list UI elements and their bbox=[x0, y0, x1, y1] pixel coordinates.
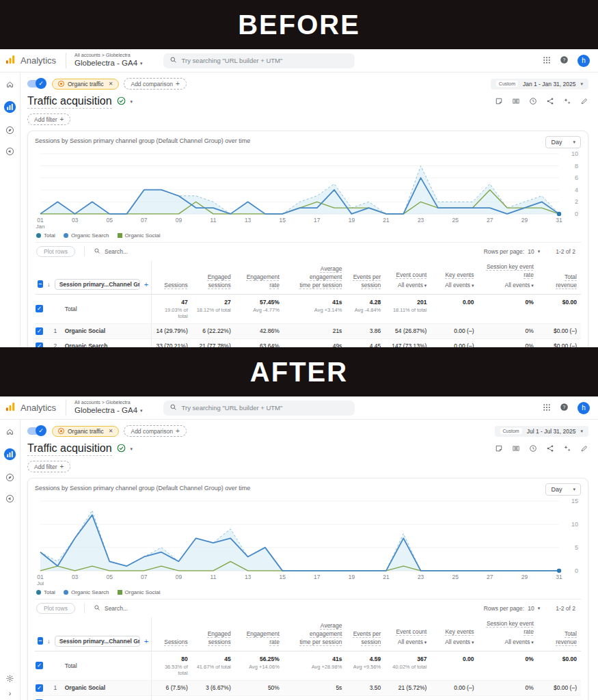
time-clock-icon[interactable] bbox=[529, 96, 537, 108]
column-header[interactable]: Sessions bbox=[152, 617, 192, 651]
column-header[interactable]: Engagedsessions bbox=[192, 260, 235, 294]
sessions-chart[interactable]: 05101501Jul03050709111315171921232527293… bbox=[35, 496, 581, 589]
global-search-input[interactable]: Try searching "URL builder + UTM" bbox=[163, 401, 355, 416]
table-search-input[interactable]: Search... bbox=[94, 604, 128, 612]
row-checkbox[interactable]: ✓ bbox=[36, 327, 43, 335]
column-header[interactable]: Session key eventrateAll events ▾ bbox=[478, 617, 537, 651]
edit-pencil-icon[interactable] bbox=[580, 96, 588, 108]
plot-rows-button[interactable]: Plot rows bbox=[36, 246, 75, 257]
avatar[interactable]: h bbox=[577, 402, 590, 414]
dimension-select[interactable]: Session primary...Channel Group) ▾ bbox=[55, 279, 140, 290]
table-row[interactable]: ✓2Organic Search33 (70.21%)21 (77.78%)63… bbox=[35, 338, 581, 347]
sort-descending-icon[interactable]: ↓ bbox=[47, 638, 51, 645]
avatar[interactable]: h bbox=[577, 55, 590, 67]
add-filter-button[interactable]: Add filter + bbox=[27, 113, 70, 125]
filter-chip-organic-traffic[interactable]: Organic traffic ✕ bbox=[52, 426, 119, 437]
chevron-down-icon[interactable]: ▾ bbox=[530, 283, 533, 288]
comparison-report-icon[interactable] bbox=[512, 96, 520, 108]
row-checkbox[interactable]: ✓ bbox=[36, 305, 43, 312]
add-filter-button[interactable]: Add filter + bbox=[27, 461, 70, 472]
column-header[interactable]: Average engagementtime per session bbox=[284, 617, 346, 651]
row-checkbox[interactable]: ✓ bbox=[36, 684, 43, 692]
column-header[interactable]: Event countAll events ▾ bbox=[385, 260, 431, 294]
table-search-input[interactable]: Search... bbox=[94, 247, 128, 256]
column-header[interactable]: Sessions bbox=[152, 260, 192, 294]
add-dimension-button[interactable]: + bbox=[144, 280, 148, 288]
reports-icon[interactable] bbox=[3, 100, 16, 116]
column-header[interactable]: Events persession bbox=[346, 617, 385, 651]
comparison-toggle[interactable]: ✓ bbox=[27, 427, 44, 435]
chevron-down-icon[interactable]: ▾ bbox=[423, 640, 426, 645]
add-comparison-button[interactable]: Add comparison + bbox=[124, 78, 186, 90]
rows-per-page-value[interactable]: 10 bbox=[528, 248, 534, 255]
legend-item[interactable]: Organic Search bbox=[64, 589, 109, 595]
reports-icon[interactable] bbox=[3, 448, 16, 463]
legend-item[interactable]: Organic Social bbox=[118, 232, 161, 239]
column-header[interactable]: Key eventsAll events ▾ bbox=[431, 260, 478, 294]
rows-per-page-value[interactable]: 10 bbox=[528, 605, 534, 612]
plot-rows-button[interactable]: Plot rows bbox=[36, 603, 75, 614]
apps-grid-icon[interactable] bbox=[543, 55, 551, 67]
select-all-checkbox[interactable]: − bbox=[38, 637, 43, 645]
legend-item[interactable]: Organic Social bbox=[118, 589, 161, 595]
column-header[interactable]: Totalrevenue bbox=[538, 617, 581, 651]
chevron-down-icon[interactable]: ▾ bbox=[470, 283, 474, 288]
column-header[interactable]: Totalrevenue bbox=[538, 260, 581, 294]
date-range-picker[interactable]: Custom Jan 1 - Jan 31, 2025 ▾ bbox=[491, 79, 588, 90]
sessions-chart[interactable]: 024681001Jan0305070911131517192123252729… bbox=[35, 148, 581, 232]
chevron-down-icon[interactable]: ▾ bbox=[470, 640, 474, 645]
property-selector[interactable]: All accounts > Globelectra Globelectra -… bbox=[66, 53, 143, 68]
legend-item[interactable]: Organic Search bbox=[64, 232, 109, 239]
granularity-select[interactable]: Day ▾ bbox=[545, 136, 581, 148]
close-icon[interactable]: ✕ bbox=[109, 428, 113, 434]
chevron-down-icon[interactable]: ▾ bbox=[538, 249, 541, 254]
column-header[interactable]: Events persession bbox=[346, 260, 385, 294]
granularity-select[interactable]: Day ▾ bbox=[545, 483, 581, 496]
column-header[interactable]: Event countAll events ▾ bbox=[385, 617, 431, 651]
share-icon[interactable] bbox=[546, 443, 554, 455]
chevron-down-icon[interactable]: ▾ bbox=[530, 640, 533, 645]
table-row[interactable]: ✓1Organic Social14 (29.79%)6 (22.22%)42.… bbox=[35, 323, 581, 338]
help-icon[interactable]: ? bbox=[560, 55, 569, 67]
column-header[interactable]: Session key eventrateAll events ▾ bbox=[478, 260, 537, 294]
chevron-down-icon[interactable]: ▾ bbox=[131, 99, 133, 105]
dimension-select[interactable]: Session primary...Channel Group) ▾ bbox=[55, 636, 140, 647]
help-icon[interactable]: ? bbox=[560, 402, 569, 414]
date-range-picker[interactable]: Custom Jul 1 - Jul 31, 2025 ▾ bbox=[495, 426, 588, 437]
add-comparison-button[interactable]: Add comparison + bbox=[124, 425, 186, 437]
add-dimension-button[interactable]: + bbox=[144, 637, 148, 645]
select-all-checkbox[interactable]: − bbox=[38, 280, 43, 288]
data-quality-check-icon[interactable] bbox=[117, 96, 126, 108]
insights-sparkle-icon[interactable] bbox=[563, 96, 571, 108]
advertising-icon[interactable] bbox=[5, 146, 14, 159]
row-checkbox[interactable]: ✓ bbox=[36, 342, 43, 347]
home-icon[interactable] bbox=[5, 79, 14, 92]
edit-pencil-icon[interactable] bbox=[580, 443, 588, 455]
table-row[interactable]: ✓2Organic Search74 (92.5%)42 (93.33%)56.… bbox=[35, 695, 581, 700]
share-icon[interactable] bbox=[546, 96, 554, 108]
expand-nav-icon[interactable]: › bbox=[9, 690, 12, 697]
apps-grid-icon[interactable] bbox=[543, 402, 551, 414]
home-icon[interactable] bbox=[5, 427, 14, 439]
admin-gear-icon[interactable] bbox=[5, 673, 14, 686]
explore-icon[interactable] bbox=[5, 472, 14, 485]
explore-icon[interactable] bbox=[5, 125, 14, 137]
close-icon[interactable]: ✕ bbox=[109, 81, 113, 87]
chevron-down-icon[interactable]: ▾ bbox=[538, 606, 541, 611]
insights-sparkle-icon[interactable] bbox=[563, 443, 571, 455]
feedback-note-icon[interactable] bbox=[495, 443, 503, 455]
column-header[interactable]: Engagementrate bbox=[235, 617, 284, 651]
column-header[interactable]: Engagementrate bbox=[235, 260, 284, 294]
comparison-toggle[interactable]: ✓ bbox=[27, 80, 44, 88]
row-checkbox[interactable]: ✓ bbox=[36, 662, 43, 669]
table-row[interactable]: ✓1Organic Social6 (7.5%)3 (6.67%)50%5s3.… bbox=[35, 680, 581, 695]
advertising-icon[interactable] bbox=[5, 494, 14, 506]
column-header[interactable]: Engagedsessions bbox=[192, 617, 235, 651]
filter-chip-organic-traffic[interactable]: Organic traffic ✕ bbox=[52, 79, 119, 90]
comparison-report-icon[interactable] bbox=[512, 443, 520, 455]
property-selector[interactable]: All accounts > Globelectra Globelectra -… bbox=[66, 400, 143, 415]
sort-descending-icon[interactable]: ↓ bbox=[47, 281, 51, 288]
time-clock-icon[interactable] bbox=[529, 443, 537, 455]
column-header[interactable]: Average engagementtime per session bbox=[284, 260, 346, 294]
chevron-down-icon[interactable]: ▾ bbox=[423, 283, 426, 288]
